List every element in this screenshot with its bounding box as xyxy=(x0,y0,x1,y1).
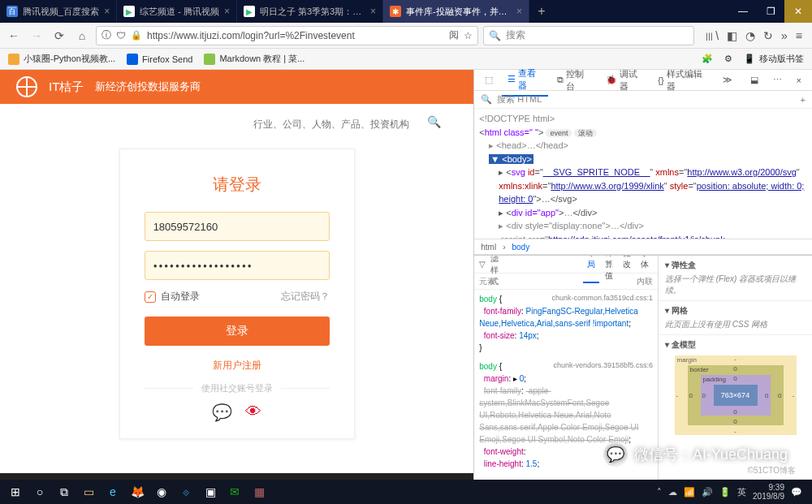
library-icon[interactable]: ⫼\ xyxy=(704,29,719,42)
cortana-icon[interactable]: ○ xyxy=(28,480,52,504)
search-box[interactable]: 🔍 搜索 xyxy=(483,26,694,45)
social-label: 使用社交账号登录 xyxy=(145,382,330,394)
devtools-menu-icon[interactable]: ⋯ xyxy=(767,71,788,88)
breadcrumb[interactable]: html › body xyxy=(474,239,812,255)
url-bar[interactable]: ⓘ 🛡 🔒 https://www.itjuzi.com/login?url=%… xyxy=(96,26,478,45)
login-button[interactable]: 登录 xyxy=(145,317,330,346)
wechat-icon[interactable]: 💬 xyxy=(212,403,232,422)
terminal-icon[interactable]: ▣ xyxy=(198,480,222,504)
search-icon[interactable]: 🔍 xyxy=(427,115,441,134)
login-title: 请登录 xyxy=(213,174,261,196)
tab-4-active[interactable]: ✱事件库-投融资事件，并购事件× xyxy=(383,0,529,23)
wechat-taskbar-icon[interactable]: ✉ xyxy=(222,480,247,504)
mobile-bookmarks[interactable]: 📱移动版书签 xyxy=(744,53,804,65)
edge-icon[interactable]: e xyxy=(101,480,125,504)
close-icon[interactable]: × xyxy=(370,6,376,17)
forward-button[interactable]: → xyxy=(28,27,45,45)
inspector-pick-icon[interactable]: ⬚ xyxy=(479,71,499,88)
auto-login-checkbox[interactable]: ✓自动登录 xyxy=(145,290,200,304)
brand-name[interactable]: IT桔子 xyxy=(49,80,84,95)
shield-icon[interactable]: 🛡 xyxy=(116,30,126,41)
firefox-icon[interactable]: 🦊 xyxy=(125,480,149,504)
battery-icon[interactable]: 🔋 xyxy=(719,487,731,498)
bookmark-2[interactable]: Firefox Send xyxy=(127,54,192,65)
info-icon[interactable]: ⓘ xyxy=(102,28,111,42)
username-input[interactable] xyxy=(145,212,330,241)
notifications-icon[interactable]: 💬 xyxy=(791,487,802,498)
close-icon[interactable]: × xyxy=(104,6,110,17)
url-text: https://www.itjuzi.com/login?url=%2Finve… xyxy=(147,30,444,41)
account-icon[interactable]: ◔ xyxy=(745,29,755,42)
dock-icon[interactable]: ⬓ xyxy=(745,71,764,88)
forgot-password-link[interactable]: 忘记密码？ xyxy=(281,290,330,304)
bookmark-star-icon[interactable]: ☆ xyxy=(464,30,473,41)
bookmark-3[interactable]: Markdown 教程 | 菜... xyxy=(204,53,304,65)
menu-icon[interactable]: ≡ xyxy=(796,29,802,42)
new-tab-button[interactable]: + xyxy=(529,0,554,23)
sync-icon[interactable]: ↻ xyxy=(763,29,773,42)
rules-panel: ▽过滤样式 :hov .cls + 🖶 布局 计算值 更改 字体 元素内联 xyxy=(474,256,658,480)
gear-icon[interactable]: ⚙ xyxy=(724,54,732,64)
wifi-icon[interactable]: 📶 xyxy=(684,487,695,498)
browser-navbar: ← → ⟳ ⌂ ⓘ 🛡 🔒 https://www.itjuzi.com/log… xyxy=(0,23,812,49)
register-link[interactable]: 新用户注册 xyxy=(213,359,261,373)
site-search-input[interactable] xyxy=(250,115,421,134)
site-header: IT桔子 新经济创投数据服务商 xyxy=(0,70,473,104)
box-model[interactable]: margin---- border0000 padding0000 763×67… xyxy=(675,355,797,435)
layout-sidebar: ▾ 弹性盒选择一个弹性 (Flex) 容器或项目以继续。 ▾ 网格此页面上没有使… xyxy=(658,256,812,480)
home-button[interactable]: ⌂ xyxy=(73,27,91,45)
devtools-close-icon[interactable]: × xyxy=(791,72,807,88)
browser-titlebar: 百腾讯视频_百度搜索× ▶综艺频道 - 腾讯视频× ▶明日之子 第3季第3期：时… xyxy=(0,0,812,23)
sidebar-icon[interactable]: ◧ xyxy=(727,29,737,42)
search-placeholder: 搜索 xyxy=(506,28,525,42)
reader-icon[interactable]: 阅 xyxy=(449,28,459,42)
maximize-button[interactable]: ❐ xyxy=(757,0,784,23)
ime-indicator[interactable]: 英 xyxy=(737,486,746,498)
tab-3[interactable]: ▶明日之子 第3季第3期：时刻准× xyxy=(237,0,383,23)
devtools-panel: ⬚ ☰ 查看器 ⧉ 控制台 🐞 调试器 {} 样式编辑器 ≫ ⬓ ⋯ × 🔍 搜… xyxy=(473,70,812,480)
weibo-icon[interactable]: 👁 xyxy=(245,403,261,422)
inline-label: 内联 xyxy=(637,276,653,287)
start-button[interactable]: ⊞ xyxy=(3,480,28,504)
page-footer xyxy=(0,473,473,480)
clock[interactable]: 9:392019/8/9 xyxy=(753,483,784,501)
password-input[interactable] xyxy=(145,251,330,280)
lock-icon: 🔒 xyxy=(131,30,142,41)
tab-1[interactable]: 百腾讯视频_百度搜索× xyxy=(0,0,117,23)
html-search[interactable]: 🔍 搜索 HTML+ xyxy=(474,91,812,109)
vscode-icon[interactable]: ⟐ xyxy=(174,480,198,504)
explorer-icon[interactable]: ▭ xyxy=(76,480,101,504)
element-label: 元素 xyxy=(479,276,495,287)
windows-taskbar: ⊞ ○ ⧉ ▭ e 🦊 ◉ ⟐ ▣ ✉ ▦ ˄ ☁ 📶 🔊 🔋 英 9:3920… xyxy=(0,480,812,504)
login-form: 请登录 ✓自动登录 忘记密码？ 登录 新用户注册 使用社交账号登录 💬 👁 xyxy=(119,149,355,439)
search-icon: 🔍 xyxy=(489,30,501,41)
extension-icon[interactable]: 🧩 xyxy=(702,54,713,64)
brand-slogan: 新经济创投数据服务商 xyxy=(95,80,201,94)
logo-icon[interactable] xyxy=(16,76,37,97)
minimize-button[interactable]: — xyxy=(729,0,757,23)
cloud-icon[interactable]: ☁ xyxy=(668,487,677,498)
close-icon[interactable]: × xyxy=(516,6,522,17)
reload-button[interactable]: ⟳ xyxy=(50,27,68,45)
volume-icon[interactable]: 🔊 xyxy=(702,487,713,498)
more-tabs[interactable]: ≫ xyxy=(717,71,738,88)
bookmark-1[interactable]: 小猿圈-Python视频教... xyxy=(8,53,115,65)
system-tray[interactable]: ˄ ☁ 📶 🔊 🔋 英 9:392019/8/9 💬 xyxy=(650,483,809,501)
chevron-up-icon[interactable]: ˄ xyxy=(657,487,662,498)
task-view-icon[interactable]: ⧉ xyxy=(52,480,76,504)
back-button[interactable]: ← xyxy=(5,27,23,45)
tab-2[interactable]: ▶综艺频道 - 腾讯视频× xyxy=(117,0,237,23)
page-content: IT桔子 新经济创投数据服务商 🔍 请登录 ✓自动登录 忘记密码？ 登录 新用户… xyxy=(0,70,473,480)
close-icon[interactable]: × xyxy=(224,6,230,17)
add-icon[interactable]: + xyxy=(801,95,806,105)
dom-tree[interactable]: <!DOCTYPE html> <html class=" "> event 滚… xyxy=(474,109,812,239)
chrome-icon[interactable]: ◉ xyxy=(149,480,174,504)
css-rules[interactable]: chunk-common.fa3519cd.css:1 body { font-… xyxy=(474,290,658,480)
share-icon[interactable]: » xyxy=(781,29,788,42)
close-window-button[interactable]: ✕ xyxy=(784,0,812,23)
app-icon[interactable]: ▦ xyxy=(247,480,271,504)
